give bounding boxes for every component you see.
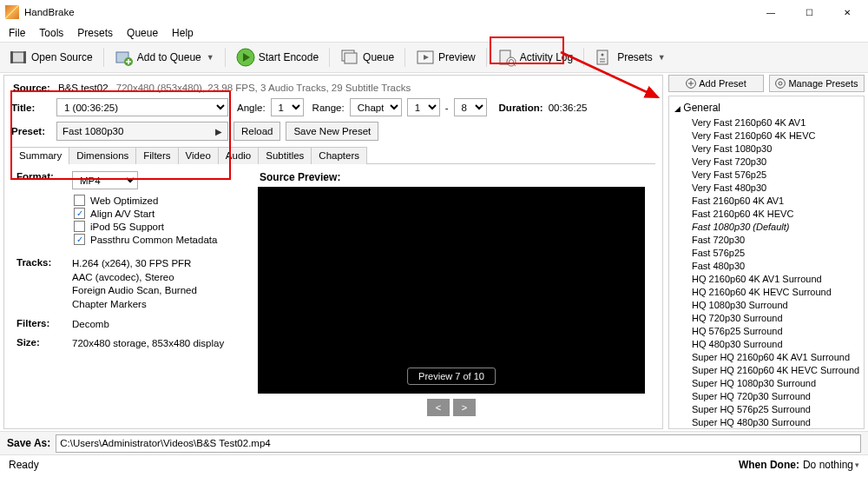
presets-label: Presets (617, 51, 653, 63)
preset-value: Fast 1080p30 (62, 126, 123, 136)
manage-presets-label: Manage Presets (788, 78, 858, 89)
tab-chapters[interactable]: Chapters (311, 147, 367, 164)
preset-item[interactable]: Very Fast 2160p60 4K HEVC (671, 129, 862, 142)
preset-item[interactable]: Very Fast 720p30 (671, 155, 862, 168)
chevron-down-icon[interactable]: ▾ (855, 460, 859, 469)
checkbox-checked-icon: ✓ (74, 208, 85, 219)
save-as-path[interactable] (56, 434, 861, 453)
save-as-label: Save As: (7, 437, 50, 449)
source-preview-label: Source Preview: (260, 171, 340, 183)
tab-subtitles[interactable]: Subtitles (258, 147, 312, 164)
menu-bar: File Tools Presets Queue Help (0, 24, 868, 42)
status-text: Ready (9, 459, 39, 471)
preset-item[interactable]: Fast 2160p60 4K AV1 (671, 194, 862, 207)
menu-help[interactable]: Help (167, 25, 199, 41)
add-preset-button[interactable]: Add Preset (668, 75, 764, 92)
manage-presets-button[interactable]: Manage Presets (769, 75, 865, 92)
svg-point-17 (779, 82, 782, 85)
close-button[interactable]: ✕ (828, 0, 866, 24)
preset-group-general[interactable]: ◢ General (671, 100, 862, 116)
preview-button[interactable]: Preview (412, 46, 479, 69)
checkbox-icon (74, 195, 85, 206)
preset-select[interactable]: Fast 1080p30 ▶ (56, 122, 228, 141)
queue-add-icon (115, 48, 134, 67)
source-line: Source: B&S test02 720x480 (853x480), 23… (11, 81, 655, 98)
reload-preset-button[interactable]: Reload (233, 122, 280, 141)
preset-item[interactable]: Super HQ 576p25 Surround (671, 402, 862, 415)
preset-item[interactable]: Fast 1080p30 (Default) (671, 220, 862, 233)
maximize-button[interactable]: ☐ (790, 0, 828, 24)
preset-item[interactable]: Very Fast 1080p30 (671, 142, 862, 155)
format-select[interactable]: MP4 (72, 171, 138, 189)
title-label: Title: (11, 103, 51, 113)
preset-item[interactable]: HQ 2160p60 4K AV1 Surround (671, 272, 862, 285)
chevron-down-icon: ▼ (207, 53, 214, 62)
range-from-select[interactable]: 1 (407, 98, 440, 116)
add-to-queue-button[interactable]: Add to Queue ▼ (111, 46, 218, 69)
preset-list[interactable]: ◢ General Very Fast 2160p60 4K AV1Very F… (668, 96, 865, 429)
ipod5g-option[interactable]: iPod 5G Support (74, 221, 249, 232)
queue-button[interactable]: Queue (337, 46, 398, 69)
preset-item[interactable]: Very Fast 2160p60 4K AV1 (671, 116, 862, 129)
toolbar: Open Source Add to Queue ▼ Start Encode … (0, 42, 868, 73)
preview-next-button[interactable]: > (453, 399, 476, 416)
collapse-triangle-icon: ◢ (674, 104, 681, 113)
minimize-button[interactable]: — (752, 0, 790, 24)
passthru-meta-option[interactable]: ✓ Passthru Common Metadata (74, 234, 249, 245)
web-optimized-option[interactable]: Web Optimized (74, 195, 249, 206)
menu-tools[interactable]: Tools (34, 25, 69, 41)
range-mode-select[interactable]: Chapters (350, 98, 402, 116)
presets-button[interactable]: Presets ▼ (591, 46, 669, 69)
open-source-button[interactable]: Open Source (5, 46, 96, 69)
preset-item[interactable]: Fast 720p30 (671, 233, 862, 246)
when-done-label: When Done: (739, 459, 799, 471)
checkbox-icon (74, 221, 85, 232)
preview-prev-button[interactable]: < (427, 399, 450, 416)
menu-presets[interactable]: Presets (72, 25, 118, 41)
tab-summary[interactable]: Summary (11, 147, 69, 164)
preset-item[interactable]: HQ 480p30 Surround (671, 337, 862, 350)
preset-item[interactable]: Fast 2160p60 4K HEVC (671, 207, 862, 220)
preset-item[interactable]: Very Fast 480p30 (671, 181, 862, 194)
preset-item[interactable]: Very Fast 576p25 (671, 168, 862, 181)
menu-file[interactable]: File (3, 25, 30, 41)
preset-item[interactable]: Super HQ 2160p60 4K AV1 Surround (671, 350, 862, 363)
preset-item[interactable]: Super HQ 2160p60 4K HEVC Surround (671, 363, 862, 376)
menu-queue[interactable]: Queue (122, 25, 163, 41)
preset-item[interactable]: HQ 1080p30 Surround (671, 298, 862, 311)
add-to-queue-label: Add to Queue (137, 51, 201, 63)
save-new-preset-button[interactable]: Save New Preset (286, 122, 378, 141)
tab-video[interactable]: Video (178, 147, 219, 164)
source-name: B&S test02 (58, 83, 108, 93)
window-title: HandBrake (24, 7, 75, 17)
svg-rect-2 (10, 51, 13, 63)
preset-item[interactable]: HQ 2160p60 4K HEVC Surround (671, 285, 862, 298)
duration-value: 00:36:25 (549, 103, 588, 113)
activity-log-button[interactable]: Activity Log (494, 46, 576, 69)
checkbox-checked-icon: ✓ (74, 234, 85, 245)
tab-audio[interactable]: Audio (218, 147, 259, 164)
preset-item[interactable]: Super HQ 720p30 Surround (671, 389, 862, 402)
title-select[interactable]: 1 (00:36:25) (56, 98, 228, 116)
tab-dimensions[interactable]: Dimensions (69, 147, 136, 164)
preset-item[interactable]: HQ 576p25 Surround (671, 324, 862, 337)
preset-item[interactable]: Fast 576p25 (671, 246, 862, 259)
queue-icon (340, 48, 359, 67)
start-encode-button[interactable]: Start Encode (233, 46, 322, 69)
size-value: 720x480 storage, 853x480 display (72, 337, 249, 351)
range-to-select[interactable]: 8 (454, 98, 487, 116)
tab-filters[interactable]: Filters (135, 147, 178, 164)
angle-label: Angle: (237, 103, 266, 113)
status-bar: Ready When Done: Do nothing ▾ (0, 455, 868, 474)
title-bar: HandBrake — ☐ ✕ (0, 0, 868, 24)
preset-item[interactable]: Super HQ 480p30 Surround (671, 415, 862, 428)
preset-item[interactable]: Fast 480p30 (671, 259, 862, 272)
svg-rect-1 (12, 53, 24, 62)
preset-item[interactable]: Super HQ 1080p30 Surround (671, 376, 862, 389)
preset-group-label: General (683, 102, 720, 114)
gear-icon (775, 78, 786, 89)
presets-icon (595, 48, 614, 67)
preset-item[interactable]: HQ 720p30 Surround (671, 311, 862, 324)
angle-select[interactable]: 1 (271, 98, 304, 116)
align-av-option[interactable]: ✓ Align A/V Start (74, 208, 249, 219)
